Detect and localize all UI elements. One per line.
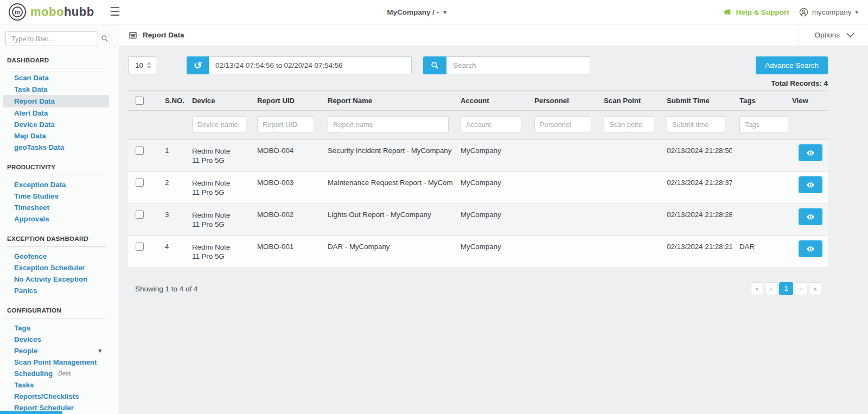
pagination-page-1-button[interactable]: 1 <box>779 282 793 295</box>
report-name-filter-input[interactable] <box>328 116 449 132</box>
device-filter-input[interactable] <box>192 116 246 132</box>
options-dropdown[interactable]: Options <box>799 24 868 46</box>
select-all-checkbox[interactable] <box>136 97 144 105</box>
sidebar-item-tasks[interactable]: Tasks <box>0 379 119 391</box>
cell-scan-point <box>596 236 659 268</box>
cell-account: MyCompany <box>453 172 527 204</box>
cell-sno: 4 <box>157 236 184 268</box>
hamburger-menu-icon[interactable]: ☰ <box>110 6 120 18</box>
sidebar-item-no-activity-exception[interactable]: No Activity Exception <box>0 273 119 285</box>
company-selector[interactable]: MyCompany / - ▾ <box>387 8 446 16</box>
sidebar-item-approvals[interactable]: Approvals <box>0 213 119 225</box>
cell-account: MyCompany <box>453 236 527 268</box>
sidebar-item-task-data[interactable]: Task Data <box>0 84 119 95</box>
sidebar-item-device-data[interactable]: Device Data <box>0 119 119 130</box>
search-button[interactable] <box>423 56 446 74</box>
table-controls: 10 ↺ Advance Search <box>128 56 828 74</box>
sidebar-item-panics[interactable]: Panics <box>0 285 119 296</box>
advance-search-button[interactable]: Advance Search <box>756 56 828 74</box>
view-report-button[interactable] <box>799 240 822 257</box>
search-input[interactable] <box>446 56 590 74</box>
sidebar-filter-input[interactable] <box>5 31 98 46</box>
row-checkbox[interactable] <box>136 147 144 155</box>
pagination-prev-button[interactable]: ‹ <box>765 282 777 295</box>
user-menu[interactable]: mycompany ▾ <box>799 8 858 17</box>
sidebar-section-configuration: CONFIGURATION <box>7 307 119 314</box>
column-header-view: View <box>784 91 828 111</box>
chevron-down-icon: ▾ <box>855 9 858 16</box>
account-filter-input[interactable] <box>461 116 521 132</box>
pagination-next-button[interactable]: › <box>795 282 807 295</box>
column-header-account: Account <box>453 91 527 111</box>
column-header-personnel: Personnel <box>527 91 596 111</box>
sidebar-item-devices[interactable]: Devices <box>0 334 119 345</box>
column-header-scan-point: Scan Point <box>596 91 659 111</box>
divider <box>7 175 106 175</box>
brand-name: mobohubb <box>30 5 94 19</box>
cell-report-uid: MOBO-004 <box>250 140 320 172</box>
search-icon <box>101 35 108 42</box>
sidebar-item-exception-data[interactable]: Exception Data <box>0 179 119 190</box>
personnel-filter-input[interactable] <box>534 116 591 132</box>
divider <box>7 246 106 247</box>
cell-account: MyCompany <box>453 140 527 172</box>
logo-letter: m <box>15 9 20 15</box>
sidebar-item-geofence[interactable]: Geofence <box>0 251 119 262</box>
reset-date-button[interactable]: ↺ <box>187 56 209 74</box>
page-size-value: 10 <box>135 61 143 69</box>
brand-logo[interactable]: m mobohubb <box>0 3 104 21</box>
help-support-link[interactable]: Help & Support <box>723 8 789 16</box>
main-content: Report Data Options 10 ↺ <box>119 24 868 414</box>
column-header-submit-time: Submit Time <box>659 91 732 111</box>
table-header-row: S.NO. Device Report UID Report Name Acco… <box>128 91 828 111</box>
date-range-input[interactable] <box>209 56 412 74</box>
report-uid-filter-input[interactable] <box>257 116 314 132</box>
page-size-select[interactable]: 10 <box>128 56 156 74</box>
sidebar-item-scan-data[interactable]: Scan Data <box>0 72 119 84</box>
sidebar-item-reports-checklists[interactable]: Reports/Checklists <box>0 391 119 402</box>
brand-mobo: mobo <box>30 5 64 18</box>
sidebar-section-dashboard: DASHBOARD <box>7 57 119 63</box>
column-header-tags: Tags <box>732 91 784 111</box>
sidebar-item-scheduling[interactable]: Scheduling Beta <box>0 368 119 379</box>
cell-tags <box>732 204 784 236</box>
submit-time-filter-input[interactable] <box>667 116 725 132</box>
view-report-button[interactable] <box>799 208 822 225</box>
pagination-last-button[interactable]: » <box>809 282 821 295</box>
sidebar-item-label: Scheduling <box>14 370 53 377</box>
pagination-first-button[interactable]: « <box>751 282 763 295</box>
eye-icon <box>806 181 815 189</box>
sidebar-partial-highlight <box>0 411 62 414</box>
view-report-button[interactable] <box>799 144 822 161</box>
cell-device: Redmi Note 11 Pro 5G <box>184 172 250 204</box>
row-checkbox[interactable] <box>136 243 144 251</box>
view-report-button[interactable] <box>799 176 822 193</box>
cell-personnel <box>527 172 596 204</box>
report-data-icon <box>129 31 137 40</box>
row-checkbox[interactable] <box>136 179 144 187</box>
sidebar-item-label: People <box>14 347 37 354</box>
sidebar-item-timesheet[interactable]: Timesheet <box>0 202 119 213</box>
sidebar-item-report-data[interactable]: Report Data <box>3 95 109 107</box>
column-header-sno: S.NO. <box>157 91 184 111</box>
tags-filter-input[interactable] <box>739 116 788 132</box>
search-icon <box>431 61 439 69</box>
sidebar-item-time-studies[interactable]: Time Studies <box>0 190 119 202</box>
chevron-down-icon <box>846 33 854 38</box>
sidebar-section-exception-dashboard: EXCEPTION DASHBOARD <box>7 235 119 242</box>
megaphone-icon <box>723 8 732 16</box>
scan-point-filter-input[interactable] <box>604 116 654 132</box>
sidebar-item-alert-data[interactable]: Alert Data <box>0 107 119 119</box>
help-support-label: Help & Support <box>736 8 789 16</box>
cell-scan-point <box>596 172 659 204</box>
company-selector-label: MyCompany / - <box>387 8 439 16</box>
row-checkbox[interactable] <box>136 211 144 219</box>
cell-report-uid: MOBO-001 <box>250 236 320 268</box>
sidebar-item-people[interactable]: People ▾ <box>0 345 119 356</box>
sidebar-item-geotasks-data[interactable]: geoTasks Data <box>0 142 119 153</box>
sidebar-item-tags[interactable]: Tags <box>0 322 119 334</box>
eye-icon <box>806 245 815 253</box>
sidebar-item-scan-point-management[interactable]: Scan Point Management <box>0 356 119 368</box>
sidebar-item-map-data[interactable]: Map Data <box>0 130 119 142</box>
sidebar-item-exception-scheduler[interactable]: Exception Scheduler <box>0 262 119 273</box>
